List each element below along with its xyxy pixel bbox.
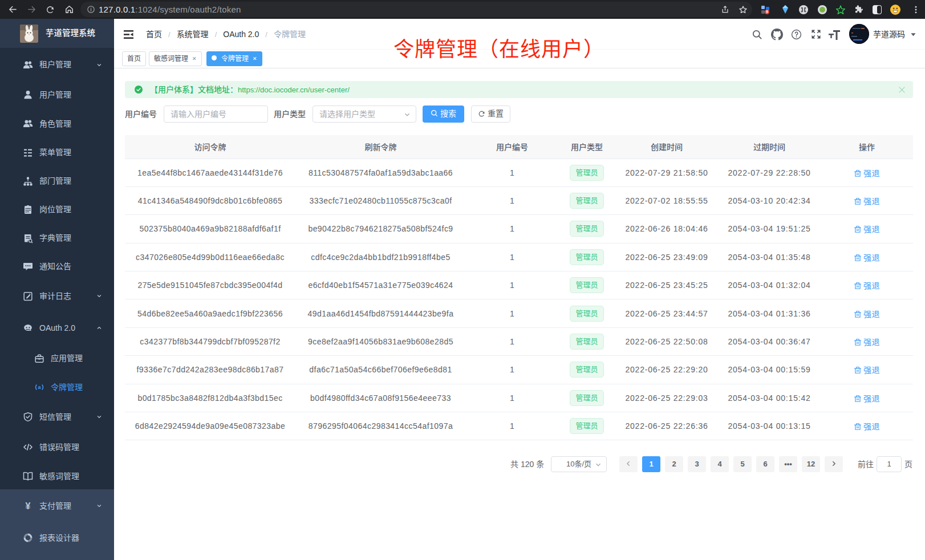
svg-text:9: 9 bbox=[766, 10, 768, 14]
svg-text:a: a bbox=[38, 384, 41, 390]
svg-text:¥: ¥ bbox=[26, 501, 31, 511]
